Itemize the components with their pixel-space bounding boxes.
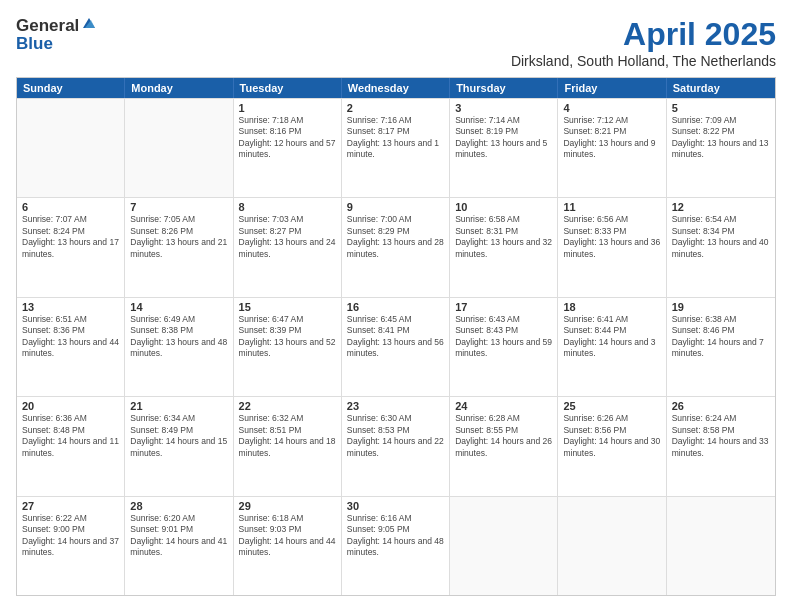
day-details: Sunrise: 7:18 AM Sunset: 8:16 PM Dayligh…: [239, 115, 336, 161]
day-details: Sunrise: 6:32 AM Sunset: 8:51 PM Dayligh…: [239, 413, 336, 459]
day-number: 23: [347, 400, 444, 412]
weekday-header: Wednesday: [342, 78, 450, 98]
day-number: 9: [347, 201, 444, 213]
calendar-cell: 1Sunrise: 7:18 AM Sunset: 8:16 PM Daylig…: [234, 99, 342, 197]
day-number: 19: [672, 301, 770, 313]
day-number: 4: [563, 102, 660, 114]
calendar-cell: 12Sunrise: 6:54 AM Sunset: 8:34 PM Dayli…: [667, 198, 775, 296]
day-details: Sunrise: 6:45 AM Sunset: 8:41 PM Dayligh…: [347, 314, 444, 360]
calendar-cell: 20Sunrise: 6:36 AM Sunset: 8:48 PM Dayli…: [17, 397, 125, 495]
day-details: Sunrise: 6:54 AM Sunset: 8:34 PM Dayligh…: [672, 214, 770, 260]
calendar-cell: 27Sunrise: 6:22 AM Sunset: 9:00 PM Dayli…: [17, 497, 125, 595]
day-details: Sunrise: 7:09 AM Sunset: 8:22 PM Dayligh…: [672, 115, 770, 161]
day-details: Sunrise: 6:43 AM Sunset: 8:43 PM Dayligh…: [455, 314, 552, 360]
day-details: Sunrise: 6:22 AM Sunset: 9:00 PM Dayligh…: [22, 513, 119, 559]
day-number: 29: [239, 500, 336, 512]
calendar-cell: [558, 497, 666, 595]
day-details: Sunrise: 6:16 AM Sunset: 9:05 PM Dayligh…: [347, 513, 444, 559]
calendar-cell: 29Sunrise: 6:18 AM Sunset: 9:03 PM Dayli…: [234, 497, 342, 595]
day-details: Sunrise: 6:58 AM Sunset: 8:31 PM Dayligh…: [455, 214, 552, 260]
day-number: 16: [347, 301, 444, 313]
day-number: 6: [22, 201, 119, 213]
day-number: 17: [455, 301, 552, 313]
day-details: Sunrise: 6:36 AM Sunset: 8:48 PM Dayligh…: [22, 413, 119, 459]
calendar-cell: 2Sunrise: 7:16 AM Sunset: 8:17 PM Daylig…: [342, 99, 450, 197]
calendar-cell: 7Sunrise: 7:05 AM Sunset: 8:26 PM Daylig…: [125, 198, 233, 296]
calendar-cell: 11Sunrise: 6:56 AM Sunset: 8:33 PM Dayli…: [558, 198, 666, 296]
day-number: 25: [563, 400, 660, 412]
calendar-cell: 13Sunrise: 6:51 AM Sunset: 8:36 PM Dayli…: [17, 298, 125, 396]
day-number: 15: [239, 301, 336, 313]
logo-blue: Blue: [16, 34, 97, 54]
title-block: April 2025 Dirksland, South Holland, The…: [511, 16, 776, 69]
day-details: Sunrise: 7:05 AM Sunset: 8:26 PM Dayligh…: [130, 214, 227, 260]
calendar-row: 1Sunrise: 7:18 AM Sunset: 8:16 PM Daylig…: [17, 98, 775, 197]
day-details: Sunrise: 6:26 AM Sunset: 8:56 PM Dayligh…: [563, 413, 660, 459]
day-number: 3: [455, 102, 552, 114]
day-details: Sunrise: 7:00 AM Sunset: 8:29 PM Dayligh…: [347, 214, 444, 260]
day-details: Sunrise: 7:12 AM Sunset: 8:21 PM Dayligh…: [563, 115, 660, 161]
calendar-cell: [17, 99, 125, 197]
weekday-header: Monday: [125, 78, 233, 98]
day-number: 14: [130, 301, 227, 313]
day-number: 10: [455, 201, 552, 213]
day-number: 1: [239, 102, 336, 114]
day-details: Sunrise: 6:56 AM Sunset: 8:33 PM Dayligh…: [563, 214, 660, 260]
day-details: Sunrise: 6:49 AM Sunset: 8:38 PM Dayligh…: [130, 314, 227, 360]
day-number: 11: [563, 201, 660, 213]
weekday-header: Tuesday: [234, 78, 342, 98]
weekday-header: Saturday: [667, 78, 775, 98]
calendar-cell: 14Sunrise: 6:49 AM Sunset: 8:38 PM Dayli…: [125, 298, 233, 396]
calendar-row: 6Sunrise: 7:07 AM Sunset: 8:24 PM Daylig…: [17, 197, 775, 296]
day-number: 21: [130, 400, 227, 412]
day-number: 5: [672, 102, 770, 114]
calendar-cell: 28Sunrise: 6:20 AM Sunset: 9:01 PM Dayli…: [125, 497, 233, 595]
day-details: Sunrise: 6:20 AM Sunset: 9:01 PM Dayligh…: [130, 513, 227, 559]
day-number: 8: [239, 201, 336, 213]
calendar-cell: 9Sunrise: 7:00 AM Sunset: 8:29 PM Daylig…: [342, 198, 450, 296]
calendar-cell: 18Sunrise: 6:41 AM Sunset: 8:44 PM Dayli…: [558, 298, 666, 396]
day-details: Sunrise: 6:34 AM Sunset: 8:49 PM Dayligh…: [130, 413, 227, 459]
calendar-cell: [125, 99, 233, 197]
calendar-cell: 10Sunrise: 6:58 AM Sunset: 8:31 PM Dayli…: [450, 198, 558, 296]
day-number: 7: [130, 201, 227, 213]
month-title: April 2025: [511, 16, 776, 53]
day-details: Sunrise: 6:24 AM Sunset: 8:58 PM Dayligh…: [672, 413, 770, 459]
calendar-cell: [667, 497, 775, 595]
day-details: Sunrise: 6:28 AM Sunset: 8:55 PM Dayligh…: [455, 413, 552, 459]
calendar-row: 20Sunrise: 6:36 AM Sunset: 8:48 PM Dayli…: [17, 396, 775, 495]
calendar-cell: 24Sunrise: 6:28 AM Sunset: 8:55 PM Dayli…: [450, 397, 558, 495]
day-number: 20: [22, 400, 119, 412]
weekday-header: Friday: [558, 78, 666, 98]
calendar-header: SundayMondayTuesdayWednesdayThursdayFrid…: [17, 78, 775, 98]
day-details: Sunrise: 6:30 AM Sunset: 8:53 PM Dayligh…: [347, 413, 444, 459]
calendar-row: 27Sunrise: 6:22 AM Sunset: 9:00 PM Dayli…: [17, 496, 775, 595]
calendar-cell: 4Sunrise: 7:12 AM Sunset: 8:21 PM Daylig…: [558, 99, 666, 197]
day-details: Sunrise: 7:14 AM Sunset: 8:19 PM Dayligh…: [455, 115, 552, 161]
weekday-header: Sunday: [17, 78, 125, 98]
calendar-cell: 19Sunrise: 6:38 AM Sunset: 8:46 PM Dayli…: [667, 298, 775, 396]
page: General Blue April 2025 Dirksland, South…: [0, 0, 792, 612]
calendar-cell: 26Sunrise: 6:24 AM Sunset: 8:58 PM Dayli…: [667, 397, 775, 495]
day-number: 13: [22, 301, 119, 313]
header: General Blue April 2025 Dirksland, South…: [16, 16, 776, 69]
day-number: 30: [347, 500, 444, 512]
day-number: 26: [672, 400, 770, 412]
calendar-cell: 17Sunrise: 6:43 AM Sunset: 8:43 PM Dayli…: [450, 298, 558, 396]
calendar-cell: 5Sunrise: 7:09 AM Sunset: 8:22 PM Daylig…: [667, 99, 775, 197]
day-details: Sunrise: 6:51 AM Sunset: 8:36 PM Dayligh…: [22, 314, 119, 360]
weekday-header: Thursday: [450, 78, 558, 98]
calendar-cell: 21Sunrise: 6:34 AM Sunset: 8:49 PM Dayli…: [125, 397, 233, 495]
day-number: 24: [455, 400, 552, 412]
calendar-cell: 16Sunrise: 6:45 AM Sunset: 8:41 PM Dayli…: [342, 298, 450, 396]
calendar-cell: 8Sunrise: 7:03 AM Sunset: 8:27 PM Daylig…: [234, 198, 342, 296]
day-number: 2: [347, 102, 444, 114]
calendar-cell: 22Sunrise: 6:32 AM Sunset: 8:51 PM Dayli…: [234, 397, 342, 495]
day-details: Sunrise: 7:16 AM Sunset: 8:17 PM Dayligh…: [347, 115, 444, 161]
calendar: SundayMondayTuesdayWednesdayThursdayFrid…: [16, 77, 776, 596]
logo-general: General: [16, 16, 79, 36]
calendar-cell: 15Sunrise: 6:47 AM Sunset: 8:39 PM Dayli…: [234, 298, 342, 396]
day-number: 22: [239, 400, 336, 412]
calendar-cell: 23Sunrise: 6:30 AM Sunset: 8:53 PM Dayli…: [342, 397, 450, 495]
day-details: Sunrise: 7:03 AM Sunset: 8:27 PM Dayligh…: [239, 214, 336, 260]
